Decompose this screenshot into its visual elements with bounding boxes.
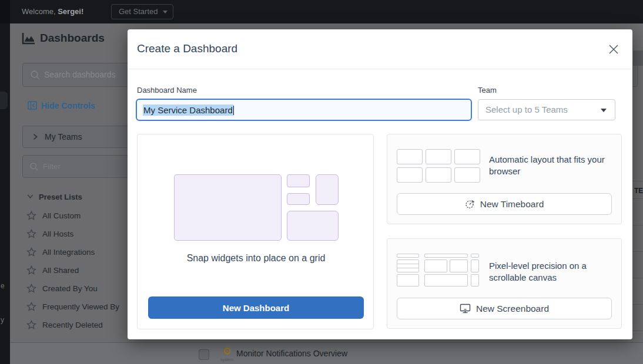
- row-checkbox[interactable]: [199, 349, 209, 360]
- team-label: Team: [478, 86, 497, 95]
- chevron-down-icon: [601, 109, 607, 112]
- new-dashboard-button[interactable]: New Dashboard: [148, 296, 364, 319]
- dashboard-name-input[interactable]: My Service Dashboard: [136, 99, 472, 121]
- team-select-placeholder: Select up to 5 Teams: [485, 105, 568, 114]
- active-nav-item-fragment[interactable]: [0, 92, 8, 109]
- search-icon: [29, 162, 39, 171]
- close-icon[interactable]: [608, 43, 619, 55]
- new-timeboard-label: New Timeboard: [480, 199, 544, 210]
- dashboard-table-row[interactable]: ⚙ system Monitor Notifications Overview: [10, 342, 643, 364]
- star-icon: [26, 265, 36, 275]
- timeboard-layout-illustration: [397, 149, 480, 183]
- chevron-right-icon: [31, 133, 39, 141]
- screenboard-card: Pixel-level precision on a scrollable ca…: [387, 238, 622, 329]
- system-gear-icon: ⚙: [219, 346, 235, 356]
- preset-lists-header[interactable]: Preset Lists: [26, 193, 82, 201]
- modal-title: Create a Dashboard: [137, 42, 237, 55]
- dashboard-row-title[interactable]: Monitor Notifications Overview: [236, 349, 347, 358]
- star-icon: [26, 284, 36, 293]
- stopwatch-icon: [465, 199, 475, 209]
- create-dashboard-modal: Create a Dashboard Dashboard Name My Ser…: [128, 29, 632, 339]
- get-started-button[interactable]: Get Started: [111, 4, 173, 19]
- search-placeholder: Search dashboards: [44, 70, 115, 79]
- screenboard-layout-illustration: [397, 254, 479, 287]
- screenboard-caption: Pixel-level precision on a scrollable ca…: [489, 260, 617, 283]
- star-icon: [26, 211, 36, 220]
- team-select[interactable]: Select up to 5 Teams: [478, 99, 615, 120]
- text-cursor: [233, 106, 234, 115]
- nav-label-fragment: e: [1, 282, 5, 290]
- left-nav-logo-area: [0, 0, 10, 23]
- preset-lists-label: Preset Lists: [39, 193, 82, 201]
- star-icon: [26, 229, 36, 238]
- page-title: Dashboards: [40, 32, 105, 45]
- collapse-panel-icon: [28, 101, 37, 110]
- dashboard-name-label: Dashboard Name: [137, 86, 197, 95]
- table-toolbar-fragment: [633, 50, 643, 66]
- my-teams-label: My Teams: [45, 132, 82, 141]
- left-nav-strip: e y: [0, 0, 10, 364]
- hide-controls-label: Hide Controls: [41, 101, 95, 110]
- chevron-down-icon: [163, 11, 168, 14]
- hide-controls-link[interactable]: Hide Controls: [28, 101, 95, 110]
- search-icon: [30, 70, 41, 80]
- grid-dashboard-card: Snap widgets into place on a grid New Da…: [137, 134, 374, 329]
- star-icon: [26, 320, 36, 329]
- monitor-icon: [460, 304, 471, 314]
- new-timeboard-button[interactable]: New Timeboard: [397, 193, 612, 215]
- top-bar: Welcome, Sergei! Get Started: [10, 0, 643, 23]
- dashboard-name-value: My Service Dashboard: [143, 105, 233, 116]
- teams-column-header-fragment: TE: [634, 187, 643, 195]
- divider: [128, 69, 632, 69]
- new-screenboard-button[interactable]: New Screenboard: [397, 298, 612, 319]
- filter-placeholder: Filter: [43, 162, 61, 171]
- welcome-text: Welcome, Sergei!: [22, 7, 83, 16]
- chevron-down-icon: [26, 193, 34, 200]
- grid-card-caption: Snap widgets into place on a grid: [138, 253, 374, 264]
- star-icon: [26, 302, 36, 311]
- star-icon: [26, 247, 36, 257]
- timeboard-caption: Automatic layout that fits your browser: [489, 154, 617, 177]
- dashboards-icon: [22, 32, 36, 47]
- timeboard-card: Automatic layout that fits your browser …: [387, 134, 622, 224]
- integration-label: system: [217, 358, 237, 362]
- new-screenboard-label: New Screenboard: [476, 304, 549, 314]
- nav-label-fragment: y: [1, 316, 4, 324]
- user-name: Sergei!: [58, 7, 83, 16]
